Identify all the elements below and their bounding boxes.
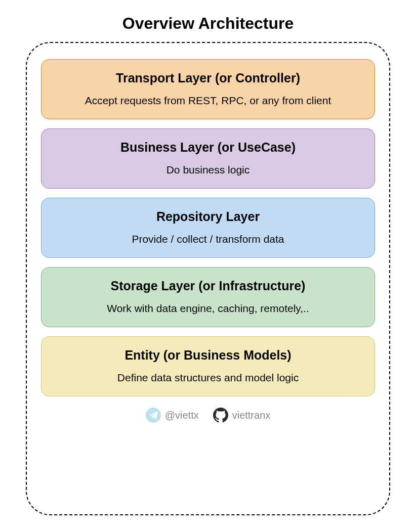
layer-description: Provide / collect / transform data (132, 233, 284, 245)
layer-title: Repository Layer (156, 209, 260, 224)
telegram-link[interactable]: @viettx (146, 408, 199, 423)
layer-storage: Storage Layer (or Infrastructure) Work w… (41, 267, 375, 327)
layer-title: Business Layer (or UseCase) (120, 140, 296, 155)
layer-transport: Transport Layer (or Controller) Accept r… (41, 59, 375, 119)
github-handle: viettranx (232, 410, 271, 421)
github-icon (213, 408, 228, 423)
layer-description: Define data structures and model logic (117, 372, 299, 384)
layer-description: Work with data engine, caching, remotely… (107, 302, 309, 315)
telegram-handle: @viettx (165, 410, 199, 421)
layer-title: Entity (or Business Models) (124, 348, 291, 363)
diagram-title: Overview Architecture (122, 14, 294, 33)
architecture-container: Transport Layer (or Controller) Accept r… (26, 42, 390, 515)
layer-title: Storage Layer (or Infrastructure) (111, 279, 306, 293)
telegram-icon (146, 408, 161, 423)
layer-title: Transport Layer (or Controller) (116, 71, 300, 85)
layer-repository: Repository Layer Provide / collect / tra… (41, 198, 375, 258)
svg-point-0 (146, 408, 161, 423)
footer: @viettx viettranx (41, 408, 375, 423)
layer-business: Business Layer (or UseCase) Do business … (41, 128, 375, 189)
layer-description: Accept requests from REST, RPC, or any f… (85, 95, 331, 107)
layer-description: Do business logic (167, 164, 250, 176)
github-link[interactable]: viettranx (213, 408, 271, 423)
layer-entity: Entity (or Business Models) Define data … (41, 336, 375, 396)
